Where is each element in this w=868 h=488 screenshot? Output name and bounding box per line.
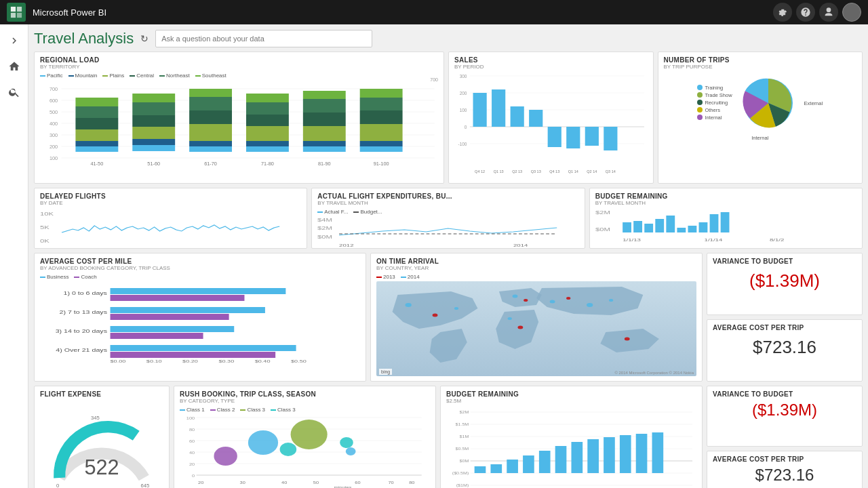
legend-internal: Internal [697,115,732,121]
legend-southeast: Southeast [195,73,226,79]
world-map-svg [376,281,696,376]
svg-rect-107 [720,212,729,232]
legend-plains: Plains [102,73,124,79]
svg-rect-121 [111,345,296,351]
svg-rect-100 [644,224,653,232]
expand-nav-button[interactable] [3,30,25,52]
svg-text:5K: 5K [40,225,50,230]
sales-title: Sales [454,56,648,64]
svg-text:Q1 14: Q1 14 [568,169,579,174]
variance-bottom-title: Variance to Budget [713,390,856,398]
svg-point-129 [405,303,411,307]
svg-text:$0.20: $0.20 [182,359,198,364]
svg-text:1) 0 to 6 days: 1) 0 to 6 days [63,291,107,296]
svg-text:$2M: $2M [317,226,332,230]
svg-text:51-60: 51-60 [147,161,160,167]
bing-logo: bing [379,369,392,375]
svg-text:$2M: $2M [595,210,610,215]
refresh-button[interactable]: ↻ [140,33,149,44]
svg-text:3) 14 to 20 days: 3) 14 to 20 days [56,329,108,334]
actual-flight-chart: $4M $2M $0M 2012 2014 [317,216,578,247]
svg-rect-43 [246,102,289,115]
svg-rect-51 [303,91,346,99]
svg-rect-101 [655,219,664,232]
svg-text:20: 20 [198,481,203,485]
rush-booking-title: Rush Booking, Trip Class, Season [180,390,430,398]
user-avatar[interactable] [842,3,861,22]
trips-subtitle: BY TRIP PURPOSE [664,64,857,70]
svg-text:400: 400 [50,121,58,127]
svg-rect-32 [189,146,232,152]
svg-rect-122 [111,352,276,358]
row-3: Average Cost Per Mile BY ADVANCED BOOKIN… [34,253,863,382]
svg-rect-55 [360,124,403,141]
svg-rect-102 [666,216,675,232]
variance-bottom-value: ($1.39M) [713,398,856,420]
legend-coach: Coach [74,274,96,280]
avg-cost-trip-value: $723.16 [713,331,856,358]
svg-rect-42 [246,115,289,126]
svg-rect-33 [189,141,232,146]
svg-text:minutes: minutes [334,485,353,488]
avg-cost-legend: Business Coach [40,274,360,280]
bubble-chart-svg: 100 80 60 40 20 0 [180,414,430,488]
svg-rect-3 [17,13,22,18]
home-button[interactable] [3,56,25,77]
svg-text:200: 200 [460,91,467,96]
svg-rect-193 [604,437,615,473]
delayed-flights-card: Delayed Flights BY DATE 10K 5K 0K Jan 20… [34,188,307,249]
help-icon[interactable] [796,3,815,22]
svg-text:$1M: $1M [459,434,469,439]
actual-flight-card: Actual Flight Expenditures, Bu... BY TRA… [311,188,585,249]
svg-text:Q4 12: Q4 12 [475,169,485,174]
svg-rect-35 [189,110,232,124]
svg-text:80: 80 [409,481,414,485]
qa-input[interactable] [155,30,372,47]
avg-cost-title: Average Cost Per Mile [40,258,360,265]
budget-remaining-small-title: Budget Remaining [595,192,856,200]
on-time-title: On Time Arrival [376,258,696,265]
svg-text:300: 300 [460,74,467,79]
regional-load-subtitle: BY TERRITORY [40,64,438,70]
svg-rect-29 [132,102,175,115]
svg-rect-190 [555,446,567,473]
svg-point-132 [513,295,518,298]
map-area: © 2014 Microsoft Corporation © 2014 Noki… [376,281,696,376]
svg-text:($1M): ($1M) [456,483,469,488]
svg-text:0K: 0K [40,239,50,243]
rush-booking-subtitle: BY CATEGORY, TYPE [180,398,430,404]
app-logo [7,3,26,22]
legend-business: Business [40,274,68,280]
svg-rect-2 [11,13,16,18]
svg-text:100: 100 [460,108,467,113]
svg-point-158 [248,430,278,455]
svg-rect-46 [303,146,346,152]
svg-text:$0.10: $0.10 [146,359,162,364]
rush-booking-legend: Class 1 Class 2 Class 3 Class 3 [180,407,430,413]
settings-icon[interactable] [773,3,792,22]
svg-rect-50 [303,99,346,113]
svg-text:$4M: $4M [317,218,332,222]
actual-flight-subtitle: BY TRAVEL MONTH [317,200,578,206]
svg-rect-44 [246,94,289,102]
account-icon[interactable] [819,3,838,22]
svg-rect-21 [75,118,118,129]
svg-point-136 [587,303,593,307]
svg-point-157 [214,447,237,466]
regional-load-chart: 700 600 500 400 300 200 100 41-50 [40,85,438,167]
avg-cost-trip-title: Average Cost Per Trip [713,324,856,331]
flight-expense-card: Flight Expense 0 645 345 522 [34,386,170,488]
rush-booking-card: Rush Booking, Trip Class, Season BY CATE… [174,386,436,488]
svg-rect-56 [360,110,403,124]
svg-text:40: 40 [281,481,287,485]
svg-text:522: 522 [84,455,119,479]
search-button[interactable] [3,81,25,103]
svg-point-162 [346,447,356,455]
svg-rect-105 [698,222,707,232]
svg-text:Q4 13: Q4 13 [549,169,559,174]
avg-cost-bottom-title: Average Cost Per Trip [713,455,856,463]
svg-text:61-70: 61-70 [204,161,217,167]
svg-text:($0.5M): ($0.5M) [452,471,469,476]
svg-text:70: 70 [389,481,394,485]
svg-rect-22 [75,106,118,118]
